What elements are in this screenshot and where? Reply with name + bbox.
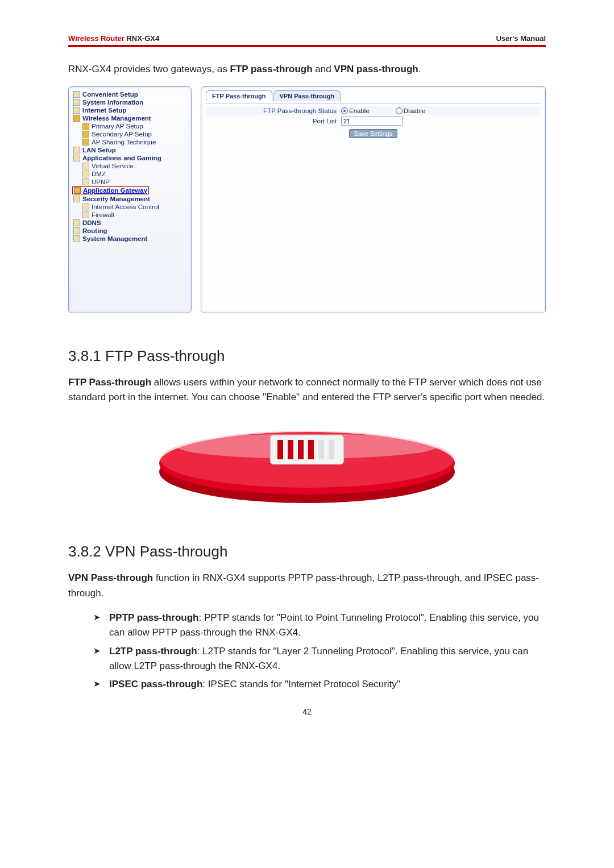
paragraph-382: VPN Pass-through function in RNX-GX4 sup… — [68, 571, 546, 601]
page-icon — [73, 147, 80, 153]
nav-routing[interactable]: Routing — [72, 227, 189, 235]
router-illustration — [68, 415, 546, 509]
nav-internet-setup[interactable]: Internet Setup — [72, 106, 189, 114]
page-icon — [73, 219, 80, 226]
radio-dot-icon — [341, 107, 348, 114]
tab-ftp-passthrough[interactable]: FTP Pass-through — [206, 90, 272, 101]
nav-primary-ap[interactable]: Primary AP Setup — [72, 122, 189, 130]
folder-icon — [73, 115, 80, 122]
svg-rect-8 — [308, 440, 314, 459]
radio-dot-icon — [396, 107, 403, 114]
ftp-status-label: FTP Pass-through Status — [206, 107, 337, 114]
config-panel: FTP Pass-through VPN Pass-through FTP Pa… — [201, 86, 546, 313]
radio-disable[interactable]: Disable — [396, 107, 425, 114]
heading-381: 3.8.1 FTP Pass-through — [68, 347, 546, 365]
nav-apps-gaming[interactable]: Applications and Gaming — [72, 154, 189, 162]
page-header: Wireless Router RNX-GX4 User's Manual — [68, 34, 546, 47]
page-icon — [82, 203, 89, 210]
page-icon — [82, 211, 89, 218]
page-icon — [73, 227, 80, 234]
port-list-label: Port List — [206, 118, 337, 124]
admin-screenshot: Convenient Setup System Information Inte… — [68, 86, 546, 313]
bullet-ipsec: IPSEC pass-through: IPSEC stands for "In… — [93, 677, 546, 692]
bullet-l2tp: L2TP pass-through: L2TP stands for "Laye… — [93, 644, 546, 674]
page-icon — [82, 171, 89, 177]
nav-dmz[interactable]: DMZ — [72, 170, 189, 178]
tab-vpn-passthrough[interactable]: VPN Pass-through — [273, 90, 341, 101]
brand-label: Wireless Router — [68, 34, 125, 43]
port-list-input[interactable] — [341, 117, 403, 126]
nav-security-management[interactable]: Security Management — [72, 195, 189, 203]
nav-lan-setup[interactable]: LAN Setup — [72, 146, 189, 154]
svg-rect-6 — [288, 440, 293, 459]
nav-wireless-management[interactable]: Wireless Management — [72, 114, 189, 122]
save-settings-button[interactable]: Save Settings — [349, 129, 398, 138]
router-icon — [154, 415, 460, 509]
page-icon — [73, 99, 80, 106]
nav-secondary-ap[interactable]: Secondary AP Setup — [72, 130, 189, 138]
folder-icon — [82, 139, 89, 146]
page-icon — [73, 107, 80, 114]
nav-system-management[interactable]: System Management — [72, 235, 189, 243]
folder-icon — [82, 123, 89, 130]
nav-convenient-setup[interactable]: Convenient Setup — [72, 90, 189, 98]
bullet-pptp: PPTP pass-through: PPTP stands for "Poin… — [93, 610, 546, 641]
page-icon — [82, 178, 89, 185]
heading-382: 3.8.2 VPN Pass-through — [68, 543, 546, 560]
nav-firewall[interactable]: Firewall — [72, 211, 189, 219]
nav-virtual-service[interactable]: Virtual Service — [72, 162, 189, 170]
nav-tree: Convenient Setup System Information Inte… — [68, 86, 192, 313]
svg-rect-9 — [318, 440, 324, 459]
manual-label: User's Manual — [496, 34, 546, 43]
page-number: 42 — [68, 707, 546, 716]
vpn-bullet-list: PPTP pass-through: PPTP stands for "Poin… — [68, 610, 546, 692]
page-icon — [82, 163, 89, 169]
nav-system-information[interactable]: System Information — [72, 98, 189, 106]
page-icon — [73, 91, 80, 98]
svg-rect-7 — [298, 440, 304, 459]
nav-internet-access-control[interactable]: Internet Access Control — [72, 203, 189, 211]
model-label: RNX-GX4 — [126, 34, 159, 43]
svg-rect-10 — [329, 440, 334, 459]
radio-enable[interactable]: Enable — [341, 107, 370, 114]
paragraph-381: FTP Pass-through allows users within you… — [68, 375, 546, 405]
nav-ddns[interactable]: DDNS — [72, 219, 189, 227]
page-icon — [73, 235, 80, 242]
intro-paragraph: RNX-GX4 provides two gateways, as FTP pa… — [68, 62, 546, 77]
page-icon — [73, 196, 80, 202]
svg-rect-5 — [277, 440, 283, 459]
nav-application-gateway[interactable]: Application Gateway — [72, 186, 149, 194]
page-icon — [73, 155, 80, 161]
nav-upnp[interactable]: UPNP — [72, 178, 189, 186]
folder-icon — [82, 131, 89, 138]
page-icon — [74, 187, 81, 194]
nav-ap-sharing[interactable]: AP Sharing Technique — [72, 138, 189, 146]
